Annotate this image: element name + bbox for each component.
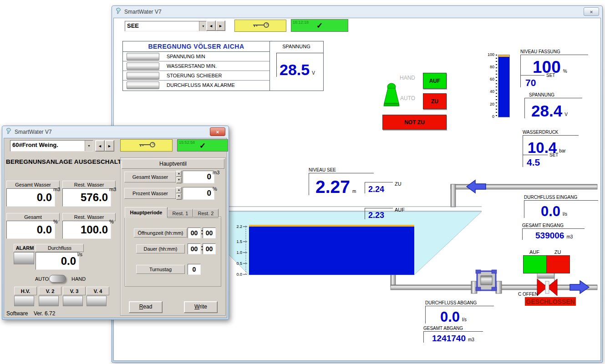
tank-water bbox=[249, 227, 414, 275]
auf-button[interactable]: AUF bbox=[423, 73, 447, 89]
alarm-row: WASSERSTAND MIN. bbox=[123, 61, 269, 71]
read-button[interactable]: Read bbox=[129, 301, 163, 313]
software-version: Ver. 6.72 bbox=[34, 310, 55, 317]
hv-gesamt-spinner[interactable]: ▲ ▼ bbox=[176, 171, 182, 182]
desktop: { "icons": {"close":"×","check":"✓","dro… bbox=[0, 0, 605, 364]
water-surface bbox=[249, 225, 414, 227]
hv-prozent-spinner[interactable]: ▲ ▼ bbox=[176, 187, 182, 199]
durchfluss-eingang-display: DURCHFLUSS EINGANG 0.0 l/s bbox=[524, 195, 598, 218]
auto-label: AUTO bbox=[35, 276, 49, 282]
alarm-list: BEREGNUNG VÖLSER AICHA SPANNUNG MIN WASS… bbox=[123, 41, 270, 91]
station-select-value: SEE bbox=[125, 21, 199, 31]
hv-prozent-value[interactable]: 0 bbox=[183, 187, 214, 200]
scale-tick: 1.5 bbox=[236, 239, 242, 244]
detail-titlebar[interactable]: SmartWater V7 × bbox=[2, 126, 229, 137]
v4-button[interactable]: V. 4 bbox=[86, 287, 109, 295]
detail-client: 60#Front Weing. ▼ ◄ ► 15:52:58 ✓ BEREGNU… bbox=[4, 138, 227, 318]
alarm-row: DURCHFLUSS MAX ALARME bbox=[123, 81, 269, 90]
alarm-table-title: BEREGNUNG VÖLSER AICHA bbox=[123, 41, 269, 52]
status-ok-button[interactable]: 16:12:18 ✓ bbox=[291, 19, 348, 32]
durchfluss-label: Durchfluss bbox=[36, 244, 84, 252]
alarm-indicator bbox=[14, 252, 34, 264]
turnustag-value[interactable]: 0 bbox=[188, 264, 201, 275]
main-titlebar[interactable]: SmartWater V7 × bbox=[112, 6, 602, 17]
gauge-ticks bbox=[496, 55, 497, 116]
zu-button[interactable]: ZU bbox=[423, 93, 447, 109]
main-window-title: SmartWater V7 bbox=[124, 9, 584, 15]
v2-indicator bbox=[39, 296, 59, 306]
hv-gesamt-label: Gesamt Wasser bbox=[124, 172, 176, 182]
check-icon: ✓ bbox=[199, 141, 206, 151]
detail-window: SmartWater V7 × 60#Front Weing. ▼ ◄ ► 15… bbox=[2, 126, 229, 320]
fassung-set-display: 70 SET bbox=[520, 75, 544, 87]
status-ok-button[interactable]: 15:52:58 ✓ bbox=[177, 139, 228, 152]
not-zu-button[interactable]: NOT ZU bbox=[382, 115, 447, 130]
alarm-indicator bbox=[127, 81, 159, 89]
rest-pct-value: 100.0 bbox=[62, 221, 111, 239]
alarm-table: BEREGNUNG VÖLSER AICHA SPANNUNG MIN WASS… bbox=[122, 41, 324, 91]
dauer-label: Dauer (hh:mm) bbox=[136, 244, 185, 253]
wasserdruck-display: WASSERDRUCK 10.4 bar 4.5 SET bbox=[523, 130, 579, 167]
spannung-display: 28.5 V bbox=[276, 53, 323, 77]
v2-button[interactable]: V. 2 bbox=[39, 287, 61, 295]
check-icon: ✓ bbox=[316, 21, 323, 30]
durchfluss-value: 0.0 bbox=[36, 252, 79, 270]
oeffnungzeit-label: Öffnungzeit (hh:mm) bbox=[134, 228, 187, 238]
flow-arrow-left-icon bbox=[467, 180, 486, 193]
key-login-button[interactable] bbox=[120, 139, 173, 152]
auto-hand-toggle[interactable] bbox=[49, 275, 66, 283]
alarm-row: SPANNUNG MIN bbox=[123, 52, 269, 61]
dauer-hh[interactable]: 00 bbox=[188, 243, 201, 254]
gesamt-pct-label: Gesamt bbox=[6, 213, 60, 221]
spannung-cell: SPANNUNG 28.5 V bbox=[270, 41, 323, 91]
hand-label: HAND bbox=[400, 75, 415, 81]
abgang-auf-label: AUF bbox=[523, 249, 546, 255]
next-station-button[interactable]: ► bbox=[216, 20, 225, 31]
scale-tick: 2.2 bbox=[236, 224, 242, 229]
tab-hauptperiode[interactable]: Hauptperiode bbox=[125, 207, 168, 218]
hv-indicator bbox=[14, 296, 34, 306]
close-icon[interactable]: × bbox=[210, 127, 225, 136]
v4-indicator bbox=[86, 296, 107, 306]
gesamt-wasser-label: Gesamt Wasser bbox=[6, 181, 60, 189]
station-select[interactable]: SEE ▼ bbox=[125, 21, 208, 31]
prev-station-button[interactable]: ◄ bbox=[206, 20, 216, 31]
alarm-indicator bbox=[127, 62, 159, 70]
gauge-bar bbox=[498, 55, 510, 117]
scale-tick: 0.0 bbox=[236, 272, 242, 277]
key-icon bbox=[137, 142, 157, 150]
spannung-display-right: SPANNUNG 28.4 V bbox=[524, 92, 582, 118]
gesamt-pct-value: 0.0 bbox=[6, 221, 55, 239]
wasserdruck-set-display: 4.5 SET bbox=[523, 155, 548, 167]
abgang-zu-button[interactable] bbox=[546, 255, 570, 273]
hv-button[interactable]: H.V. bbox=[14, 287, 37, 295]
valve-status-badge: GESCHLOSSEN bbox=[525, 297, 576, 306]
oeffnungzeit-hh[interactable]: 00 bbox=[188, 228, 201, 238]
oeffnungzeit-mm[interactable]: 00 bbox=[203, 228, 216, 238]
plot-select-value: 60#Front Weing. bbox=[10, 141, 85, 151]
valve-stem bbox=[545, 281, 549, 293]
v3-button[interactable]: V. 3 bbox=[63, 287, 86, 295]
plant-status-text: BEREGNUNSANLAGE AUSGESCHALTEN bbox=[6, 158, 130, 165]
dauer-mm[interactable]: 00 bbox=[203, 243, 216, 254]
alarm-indicator bbox=[127, 53, 159, 61]
alarm-label: ALARM bbox=[14, 244, 36, 252]
plot-select[interactable]: 60#Front Weing. ▼ bbox=[10, 140, 93, 152]
hauptventil-title: Hauptventil bbox=[122, 159, 224, 169]
c-offen-label: C OFFEN bbox=[518, 292, 538, 297]
dropdown-arrow-icon[interactable]: ▼ bbox=[85, 141, 93, 151]
gauge-cap bbox=[498, 55, 509, 57]
next-plot-button[interactable]: ► bbox=[105, 140, 114, 152]
prev-plot-button[interactable]: ◄ bbox=[95, 140, 105, 152]
key-icon bbox=[250, 22, 270, 30]
niveau-see-display: NIVEAU SEE 2.27 m bbox=[309, 167, 374, 195]
station-pager: ◄ ► bbox=[206, 20, 225, 31]
close-icon[interactable]: × bbox=[584, 7, 599, 16]
tab-panel: Öffnungzeit (hh:mm) 00 : 00 Dauer (hh:mm… bbox=[125, 217, 221, 287]
fassung-gauge: 100 80 60 40 20 0 bbox=[483, 52, 515, 121]
abgang-auf-button[interactable] bbox=[523, 255, 547, 273]
plot-pager: ◄ ► bbox=[95, 140, 114, 152]
hv-gesamt-value[interactable]: 0 bbox=[183, 171, 214, 183]
write-button[interactable]: Write bbox=[184, 301, 218, 313]
key-login-button[interactable] bbox=[234, 20, 286, 32]
